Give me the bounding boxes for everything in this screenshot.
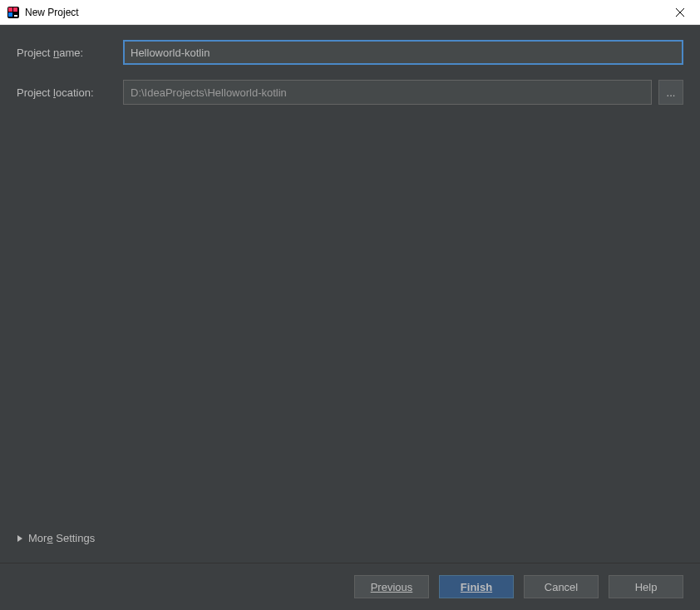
intellij-icon [7, 6, 20, 19]
project-name-row: Project name: [17, 40, 683, 65]
project-location-row: Project location: ... [17, 80, 683, 105]
ellipsis-icon: ... [667, 86, 676, 99]
project-name-input[interactable] [123, 40, 683, 65]
chevron-right-icon [17, 534, 23, 543]
svg-rect-2 [8, 12, 12, 17]
cancel-button[interactable]: Cancel [524, 575, 599, 598]
more-settings-label: More Settings [28, 532, 95, 544]
dialog-body: Project name: Project location: ... [0, 25, 700, 610]
finish-button[interactable]: Finish [439, 575, 514, 598]
previous-button[interactable]: Previous [354, 575, 429, 598]
browse-button[interactable]: ... [658, 80, 683, 105]
svg-rect-4 [14, 15, 17, 17]
titlebar: New Project [0, 0, 700, 25]
form-area: Project name: Project location: ... [0, 25, 700, 563]
svg-rect-1 [8, 7, 12, 12]
button-bar: Previous Finish Cancel Help [0, 563, 700, 610]
svg-rect-3 [13, 7, 17, 12]
project-location-input[interactable] [123, 80, 652, 105]
help-button[interactable]: Help [609, 575, 683, 598]
svg-marker-7 [17, 535, 22, 542]
project-name-label: Project name: [17, 47, 123, 59]
close-button[interactable] [667, 1, 693, 24]
more-settings-toggle[interactable]: More Settings [17, 529, 683, 548]
project-location-label: Project location: [17, 86, 123, 99]
window-title: New Project [25, 7, 667, 18]
close-icon [676, 8, 684, 17]
